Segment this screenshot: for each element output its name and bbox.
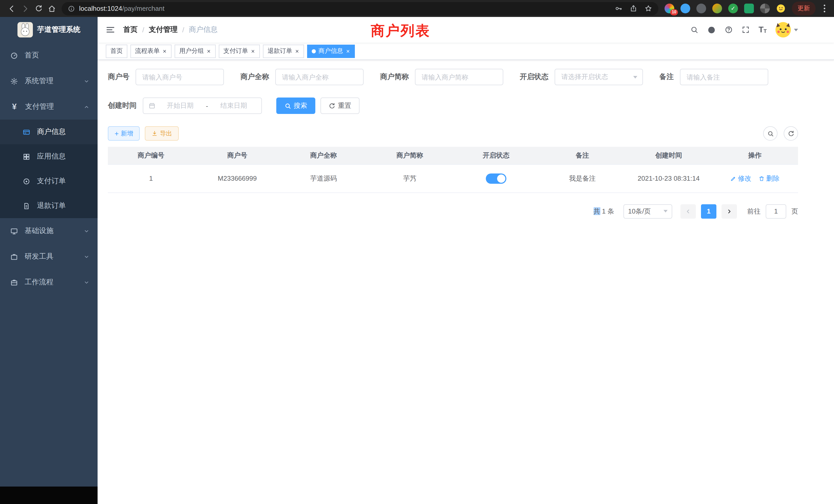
- sidebar-item-devtools[interactable]: 研发工具: [0, 244, 97, 270]
- fullscreen-button[interactable]: [742, 26, 750, 34]
- button-label: 新增: [121, 129, 133, 138]
- export-button[interactable]: 导出: [145, 126, 179, 141]
- sidebar-item-label: 研发工具: [25, 252, 53, 261]
- chevron-down-icon: [663, 210, 667, 212]
- merchant-table: 商户编号 商户号 商户全称 商户简称 开启状态 备注 创建时间 操作 1: [108, 147, 798, 193]
- pagination-total: 共 1 条: [593, 207, 614, 216]
- goto-suffix: 页: [791, 207, 798, 216]
- refresh-table-button[interactable]: [784, 126, 798, 141]
- merchant-no-input[interactable]: [136, 69, 224, 85]
- col-status: 开启状态: [453, 147, 539, 164]
- sidebar-toggle-button[interactable]: [106, 25, 115, 35]
- close-icon[interactable]: ×: [346, 48, 350, 54]
- remark-input[interactable]: [680, 69, 768, 85]
- tab-process-form[interactable]: 流程表单 ×: [130, 44, 172, 58]
- close-icon[interactable]: ×: [162, 48, 167, 54]
- dashboard-icon: [10, 51, 18, 59]
- address-bar[interactable]: localhost:1024/pay/merchant: [62, 2, 658, 15]
- breadcrumb-separator: /: [142, 26, 144, 34]
- plus-icon: +: [114, 130, 118, 137]
- sidebar-item-pay-order[interactable]: 支付订单: [0, 169, 97, 193]
- next-page-button[interactable]: [722, 204, 737, 219]
- sidebar-item-pay[interactable]: ¥ 支付管理: [0, 94, 97, 120]
- header-search-button[interactable]: [690, 26, 698, 34]
- extension-avatar-icon[interactable]: [712, 4, 722, 13]
- sidebar-item-workflow[interactable]: 工作流程: [0, 270, 97, 295]
- font-size-button[interactable]: TT: [759, 26, 767, 34]
- bookmark-star-icon[interactable]: [644, 5, 652, 12]
- chevron-up-icon: [84, 104, 89, 110]
- github-button[interactable]: [707, 25, 716, 34]
- browser-home-button[interactable]: [45, 2, 59, 15]
- yen-icon: ¥: [10, 102, 19, 111]
- tab-label: 用户分组: [179, 47, 204, 55]
- extension-colorwheel-icon[interactable]: 10: [664, 4, 674, 13]
- browser-forward-button[interactable]: [19, 2, 32, 15]
- sidebar-item-system[interactable]: 系统管理: [0, 68, 97, 94]
- edit-button[interactable]: 修改: [730, 174, 751, 183]
- help-button[interactable]: [725, 26, 733, 34]
- goto-page-input[interactable]: [766, 204, 786, 219]
- browser-update-button[interactable]: 更新: [792, 2, 815, 16]
- share-icon[interactable]: [630, 5, 637, 12]
- tab-merchant-info[interactable]: 商户信息 ×: [307, 44, 355, 58]
- status-select[interactable]: 请选择开启状态: [555, 69, 643, 85]
- delete-button[interactable]: 删除: [759, 174, 780, 183]
- goto-label: 前往: [747, 207, 761, 216]
- navbar: 首页 / 支付管理 / 商户信息 商户列表: [97, 17, 834, 43]
- date-range-picker[interactable]: 开始日期 - 结束日期: [143, 97, 262, 114]
- tags-view: 首页 流程表单 × 用户分组 × 支付订单 × 退款订单 ×: [97, 43, 834, 60]
- extension-green-square-icon[interactable]: [744, 4, 754, 13]
- search-icon: [285, 102, 291, 109]
- extension-pinwheel-icon[interactable]: [760, 4, 770, 13]
- chevron-down-icon: [633, 76, 637, 78]
- field-label: 开启状态: [520, 72, 548, 82]
- sidebar-item-merchant-info[interactable]: 商户信息: [0, 120, 97, 144]
- app-title: 芋道管理系统: [37, 25, 80, 35]
- sidebar-item-home[interactable]: 首页: [0, 43, 97, 68]
- tab-home[interactable]: 首页: [106, 44, 127, 58]
- search-button[interactable]: 搜索: [276, 97, 315, 114]
- breadcrumb-home[interactable]: 首页: [123, 25, 138, 35]
- add-button[interactable]: + 新增: [108, 126, 140, 141]
- browser-back-button[interactable]: [5, 2, 19, 15]
- sidebar-item-label: 退款订单: [37, 201, 66, 210]
- key-icon[interactable]: [615, 5, 622, 12]
- close-icon[interactable]: ×: [295, 48, 300, 54]
- browser-reload-button[interactable]: [32, 2, 45, 15]
- date-separator: -: [205, 102, 209, 110]
- extensions-area: 10 ✓: [664, 4, 786, 13]
- extension-dark-icon[interactable]: [696, 4, 706, 13]
- short-name-input[interactable]: [415, 69, 503, 85]
- tab-user-group[interactable]: 用户分组 ×: [175, 44, 216, 58]
- status-toggle[interactable]: [486, 173, 506, 183]
- extension-check-icon[interactable]: ✓: [728, 4, 738, 13]
- question-icon: [725, 26, 733, 34]
- breadcrumb-pay[interactable]: 支付管理: [149, 25, 178, 35]
- pagination: 共 1 条 10条/页 1 前往 页: [108, 204, 798, 219]
- tab-refund-order[interactable]: 退款订单 ×: [263, 44, 304, 58]
- github-icon: [707, 25, 716, 34]
- sidebar-item-app-info[interactable]: 应用信息: [0, 144, 97, 169]
- filter-status: 开启状态 请选择开启状态: [520, 69, 643, 85]
- tab-pay-order[interactable]: 支付订单 ×: [219, 44, 260, 58]
- filter-short-name: 商户简称: [380, 69, 503, 85]
- app-logo[interactable]: 芋道管理系统: [0, 17, 97, 43]
- reset-button[interactable]: 重置: [321, 97, 359, 114]
- close-icon[interactable]: ×: [206, 48, 211, 54]
- sidebar-item-label: 支付订单: [37, 177, 66, 186]
- sidebar-item-label: 支付管理: [25, 102, 54, 111]
- extension-emoji-icon[interactable]: [776, 4, 786, 13]
- page-number-button[interactable]: 1: [701, 204, 717, 219]
- full-name-input[interactable]: [275, 69, 364, 85]
- sidebar-item-infra[interactable]: 基础设施: [0, 218, 97, 244]
- extension-drop-icon[interactable]: [680, 4, 690, 13]
- user-avatar[interactable]: [775, 22, 798, 38]
- close-icon[interactable]: ×: [250, 48, 255, 54]
- browser-menu-button[interactable]: [820, 3, 829, 14]
- url-path: /pay/merchant: [122, 5, 164, 12]
- toggle-search-button[interactable]: [763, 126, 777, 141]
- page-size-select[interactable]: 10条/页: [623, 204, 672, 219]
- prev-page-button[interactable]: [680, 204, 696, 219]
- sidebar-item-refund-order[interactable]: 退款订单: [0, 193, 97, 218]
